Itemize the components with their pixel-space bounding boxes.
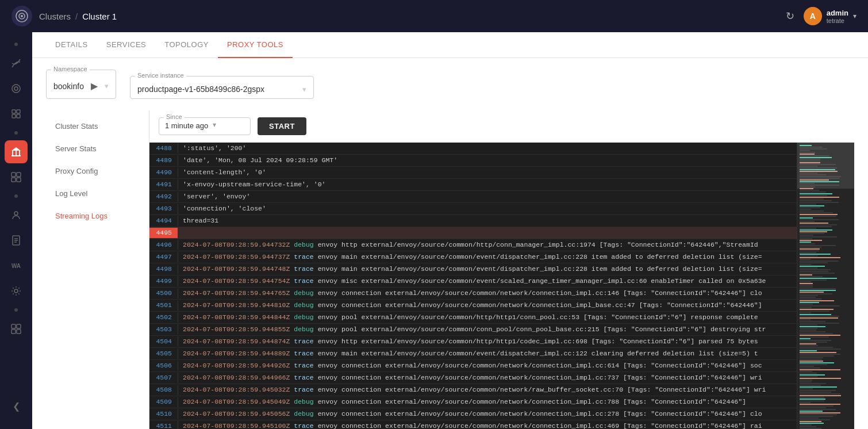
log-line-number: 4501 [149,300,178,311]
sidebar-item-dot4 [14,308,18,312]
log-line-number: 4508 [149,385,178,395]
log-line-number: 4511 [149,421,178,429]
since-container: Since 1 minute ago ▾ [159,117,251,135]
table-row: 44962024-07-08T09:28:59.944732Z debug en… [149,239,797,251]
svg-rect-24 [11,324,16,328]
sidebar-item-document[interactable] [5,229,28,252]
log-line-number: 4507 [149,373,178,383]
breadcrumb-current: Cluster 1 [82,12,117,21]
sidebar-item-puzzle[interactable] [5,102,28,125]
log-line-number: 4494 [149,216,178,226]
svg-marker-13 [11,147,21,151]
sidebar-item-dot2 [14,131,18,135]
log-line-number: 4505 [149,348,178,359]
table-row: 4495 [149,227,797,239]
refresh-icon[interactable]: ↻ [786,10,794,22]
sidebar-item-settings[interactable] [5,279,28,302]
svg-rect-10 [12,151,13,155]
svg-rect-5 [12,110,16,113]
table-row: 45052024-07-08T09:28:59.944889Z trace en… [149,348,797,360]
sidebar-item-bank[interactable] [5,140,28,163]
svg-rect-27 [17,330,21,334]
service-instance-value: productpage-v1-65b8499c86-2gspx [137,85,298,94]
stats-item-proxy-config[interactable]: Proxy Config [46,160,149,182]
svg-point-3 [12,85,20,93]
sidebar-item-wasm[interactable]: WA [5,254,28,277]
user-chevron-icon[interactable]: ▾ [853,12,857,20]
since-chevron-icon[interactable]: ▾ [213,121,216,129]
tab-proxy-tools[interactable]: PROXY TOOLS [218,32,293,58]
svg-rect-17 [17,178,21,182]
sidebar-item-circle[interactable] [5,77,28,100]
log-line-number: 4495 [149,228,178,238]
avatar: A [804,7,822,25]
log-line-number: 4503 [149,324,178,335]
sidebar: WA ❮ [0,32,32,429]
log-line-text: 2024-07-08T09:28:59.944810Z debug envoy … [178,300,797,311]
log-line-number: 4497 [149,252,178,262]
stats-item-cluster[interactable]: Cluster Stats [46,115,149,137]
namespace-chevron-icon[interactable]: ▾ [105,82,109,90]
sidebar-item-graph[interactable] [5,52,28,75]
svg-rect-12 [19,151,20,155]
breadcrumb-parent[interactable]: Clusters [39,12,71,21]
app-logo[interactable] [11,6,32,26]
table-row: 44982024-07-08T09:28:59.944748Z trace en… [149,263,797,275]
sidebar-collapse-button[interactable]: ❮ [5,394,28,417]
table-row: 4490 'content-length', '0' [149,167,797,179]
log-line-text: 2024-07-08T09:28:59.944748Z trace envoy … [178,264,797,274]
content-area: DETAILS SERVICES TOPOLOGY PROXY TOOLS Na… [32,32,868,429]
stats-item-log-level[interactable]: Log Level [46,182,149,205]
table-row: 4492 'server', 'envoy' [149,191,797,203]
start-button[interactable]: START [258,117,306,135]
table-row: 4491 'x-envoy-upstream-service-time', '0… [149,179,797,191]
table-row: 45072024-07-08T09:28:59.944966Z trace en… [149,372,797,384]
log-line-number: 4493 [149,204,178,214]
log-container[interactable]: 4488 ':status', '200'4489 'date', 'Mon, … [149,143,797,429]
form-row: Namespace bookinfo ▶ ▾ Service instance … [46,70,854,99]
stats-item-streaming-logs[interactable]: Streaming Logs [46,205,149,227]
log-line-text: 2024-07-08T09:28:59.944737Z trace envoy … [178,252,797,262]
log-line-text: ':status', '200' [178,143,797,154]
sidebar-item-grid2[interactable] [5,317,28,340]
log-line-number: 4506 [149,361,178,371]
nav-right: ↻ A admin tetrate ▾ [786,7,857,25]
sidebar-item-person[interactable] [5,204,28,227]
log-section: Since 1 minute ago ▾ START 4488 ':status… [149,110,854,429]
content-inner: Cluster Stats Server Stats Proxy Config … [46,110,854,429]
service-instance-inner: productpage-v1-65b8499c86-2gspx ▾ [137,81,306,94]
service-instance-chevron-icon[interactable]: ▾ [302,85,306,94]
sidebar-collapse-section: ❮ [5,394,28,422]
service-instance-fieldset: Service instance productpage-v1-65b8499c… [130,76,314,99]
stats-item-server[interactable]: Server Stats [46,137,149,160]
log-line-text: 'x-envoy-upstream-service-time', '0' [178,179,797,190]
log-line-number: 4492 [149,191,178,202]
user-section: A admin tetrate ▾ [804,7,857,25]
log-line-text: 2024-07-08T09:28:59.945056Z debug envoy … [178,409,797,419]
sidebar-item-grid[interactable] [5,166,28,189]
stats-sidebar: Cluster Stats Server Stats Proxy Config … [46,110,149,429]
breadcrumb-separator: / [75,12,78,21]
table-row: 4489 'date', 'Mon, 08 Jul 2024 09:28:59 … [149,155,797,167]
log-line-text: 2024-07-08T09:28:59.945100Z trace envoy … [178,421,797,429]
main-content: Namespace bookinfo ▶ ▾ Service instance … [32,58,868,429]
log-line-number: 4499 [149,276,178,286]
tab-topology[interactable]: TOPOLOGY [155,32,218,58]
svg-rect-25 [17,324,21,328]
minimap-viewport [797,143,854,189]
svg-point-2 [21,15,23,17]
tab-details[interactable]: DETAILS [46,32,97,58]
log-line-number: 4500 [149,288,178,298]
table-row: 44992024-07-08T09:28:59.944754Z trace en… [149,275,797,288]
svg-rect-9 [11,155,21,156]
table-row: 44972024-07-08T09:28:59.944737Z trace en… [149,251,797,263]
log-line-text: 'date', 'Mon, 08 Jul 2024 09:28:59 GMT' [178,155,797,166]
svg-rect-15 [17,173,21,177]
user-name: admin [827,9,848,17]
tab-services[interactable]: SERVICES [97,32,156,58]
namespace-arrow-button[interactable]: ▶ [89,78,100,94]
minimap [797,143,854,429]
log-line-text: 'server', 'envoy' [178,191,797,202]
log-line-text [178,228,797,238]
log-line-text: 2024-07-08T09:28:59.944966Z trace envoy … [178,373,797,383]
